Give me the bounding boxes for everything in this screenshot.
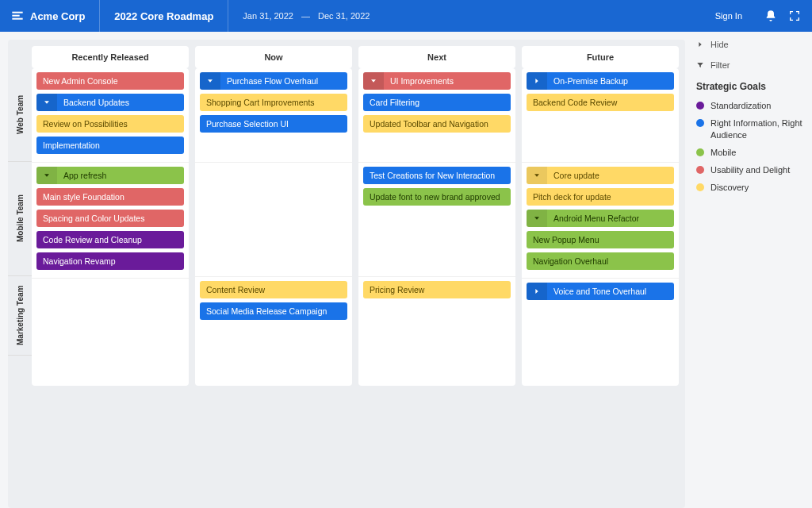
cell-now-mobile	[195, 162, 352, 276]
chevron-down-icon[interactable]	[363, 72, 384, 90]
row-label-mobile[interactable]: Mobile Team	[8, 162, 32, 276]
cell-future-mobile: Core updatePitch deck for updateAndroid …	[522, 162, 679, 278]
roadmap-card[interactable]: Implementation	[36, 137, 184, 154]
roadmap-card[interactable]: Card Filtering	[363, 94, 511, 111]
column-header[interactable]: Now	[195, 46, 352, 68]
card-label: Test Creations for New Interaction	[363, 167, 511, 184]
card-label: Core update	[547, 167, 674, 184]
roadmap-card[interactable]: Content Review	[200, 281, 347, 298]
goal-item[interactable]: Right Information, Right Audience	[696, 117, 802, 140]
roadmap-card[interactable]: Purchase Flow Overhaul	[200, 72, 347, 90]
roadmap-card[interactable]: Test Creations for New Interaction	[363, 167, 511, 184]
roadmap-card[interactable]: Update font to new brand approved	[363, 188, 511, 206]
roadmap-card[interactable]: Social Media Release Campaign	[200, 302, 347, 320]
chevron-right-icon[interactable]	[527, 283, 547, 300]
sidebar: Hide Filter Strategic Goals Standardizat…	[693, 32, 812, 508]
goal-color-dot	[696, 183, 704, 191]
roadmap-card[interactable]: Voice and Tone Overhaul	[527, 283, 674, 300]
roadmap-card[interactable]: Navigation Revamp	[36, 252, 184, 270]
roadmap-card[interactable]: Pricing Review	[363, 281, 511, 298]
card-label: Spacing and Color Updates	[36, 210, 184, 227]
goals-heading: Strategic Goals	[696, 81, 802, 92]
goal-item[interactable]: Mobile	[696, 147, 802, 158]
goal-color-dot	[696, 148, 704, 156]
roadmap-card[interactable]: Main style Foundation	[36, 188, 184, 206]
cell-future-web: On-Premise BackupBackend Code Review	[522, 68, 679, 162]
chevron-right-icon[interactable]	[527, 72, 547, 90]
chevron-down-icon[interactable]	[527, 167, 547, 184]
roadmap-card[interactable]: Spacing and Color Updates	[36, 210, 184, 227]
chevron-down-icon[interactable]	[527, 210, 547, 227]
date-range[interactable]: Jan 31, 2022 — Dec 31, 2022	[228, 11, 384, 21]
card-label: Backend Updates	[57, 94, 184, 111]
goal-item[interactable]: Usability and Delight	[696, 164, 802, 175]
date-end: Dec 31, 2022	[318, 11, 370, 21]
goal-label: Discovery	[710, 182, 749, 193]
roadmap-card[interactable]: Core update	[527, 167, 674, 184]
row-label-web[interactable]: Web Team	[8, 68, 32, 162]
cell-next-marketing: Pricing Review	[358, 276, 515, 356]
roadmap-card[interactable]: Backend Code Review	[527, 94, 674, 111]
cell-now-marketing: Content ReviewSocial Media Release Campa…	[195, 276, 352, 356]
goal-color-dot	[696, 119, 704, 127]
cell-next-mobile: Test Creations for New InteractionUpdate…	[358, 162, 515, 276]
cell-next-web: UI ImprovementsCard FilteringUpdated Too…	[358, 68, 515, 162]
roadmap-card[interactable]: Backend Updates	[36, 94, 184, 111]
sign-in-link[interactable]: Sign In	[715, 11, 742, 21]
column-header[interactable]: Next	[358, 46, 515, 68]
cell-recently-mobile: App refreshMain style FoundationSpacing …	[32, 162, 189, 278]
card-label: Card Filtering	[363, 94, 511, 111]
roadmap-card[interactable]: Purchase Selection UI	[200, 115, 347, 133]
card-label: Voice and Tone Overhaul	[547, 283, 674, 300]
card-label: New Popup Menu	[527, 231, 674, 248]
card-label: Pitch deck for update	[527, 188, 674, 206]
column-header[interactable]: Future	[522, 46, 679, 68]
card-label: Social Media Release Campaign	[200, 302, 347, 320]
cell-now-web: Purchase Flow OverhaulShopping Cart Impr…	[195, 68, 352, 162]
chevron-down-icon[interactable]	[36, 94, 57, 111]
svg-rect-2	[12, 18, 22, 20]
filter-toggle[interactable]: Filter	[696, 60, 802, 70]
cell-future-marketing: Voice and Tone Overhaul	[522, 278, 679, 357]
roadmap-card[interactable]: UI Improvements	[363, 72, 511, 90]
goal-item[interactable]: Discovery	[696, 182, 802, 193]
date-separator: —	[301, 11, 310, 21]
fullscreen-icon[interactable]	[788, 10, 801, 22]
bell-icon[interactable]	[764, 10, 777, 22]
goal-label: Standardization	[710, 100, 771, 111]
roadmap-card[interactable]: Navigation Overhaul	[527, 252, 674, 270]
goal-item[interactable]: Standardization	[696, 100, 802, 111]
brand[interactable]: Acme Corp	[11, 0, 100, 32]
card-label: UI Improvements	[384, 72, 511, 90]
card-label: Updated Toolbar and Navigation	[363, 115, 511, 133]
svg-rect-0	[12, 12, 22, 13]
roadmap-card[interactable]: On-Premise Backup	[527, 72, 674, 90]
card-label: Android Menu Refactor	[547, 210, 674, 227]
card-label: Navigation Revamp	[36, 252, 184, 270]
roadmap-card[interactable]: App refresh	[36, 167, 184, 184]
company-name: Acme Corp	[30, 10, 85, 22]
hide-toggle[interactable]: Hide	[696, 40, 802, 49]
card-label: App refresh	[57, 167, 184, 184]
roadmap-card[interactable]: New Admin Console	[36, 72, 184, 90]
roadmap-card[interactable]: Shopping Cart Improvements	[200, 94, 347, 111]
roadmap-card[interactable]: New Popup Menu	[527, 231, 674, 248]
roadmap-card[interactable]: Android Menu Refactor	[527, 210, 674, 227]
card-label: Backend Code Review	[527, 94, 674, 111]
column-header[interactable]: Recently Released	[32, 46, 189, 68]
roadmap-card[interactable]: Review on Possibilities	[36, 115, 184, 133]
roadmap-card[interactable]: Code Review and Cleanup	[36, 231, 184, 248]
date-start: Jan 31, 2022	[243, 11, 293, 21]
roadmap-card[interactable]: Updated Toolbar and Navigation	[363, 115, 511, 133]
filter-icon	[696, 61, 704, 69]
cell-recently-web: New Admin ConsoleBackend UpdatesReview o…	[32, 68, 189, 162]
cell-recently-marketing	[32, 278, 189, 357]
row-label-marketing[interactable]: Marketing Team	[8, 276, 32, 356]
roadmap-card[interactable]: Pitch deck for update	[527, 188, 674, 206]
chevron-down-icon[interactable]	[200, 72, 220, 90]
goal-label: Right Information, Right Audience	[710, 117, 802, 140]
chevron-down-icon[interactable]	[36, 167, 57, 184]
card-label: Pricing Review	[363, 281, 511, 298]
card-label: Review on Possibilities	[36, 115, 184, 133]
page-title[interactable]: 2022 Core Roadmap	[100, 0, 228, 32]
